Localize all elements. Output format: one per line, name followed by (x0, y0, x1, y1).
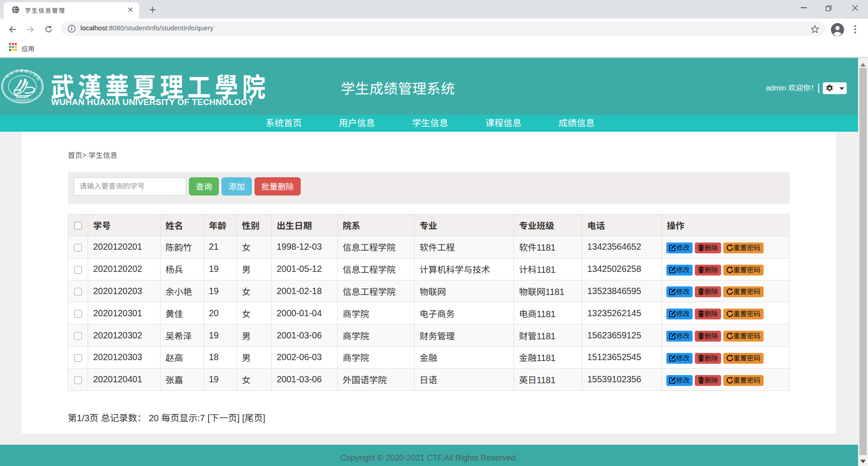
svg-text:夏: 夏 (20, 69, 24, 73)
svg-text:理: 理 (24, 69, 28, 74)
